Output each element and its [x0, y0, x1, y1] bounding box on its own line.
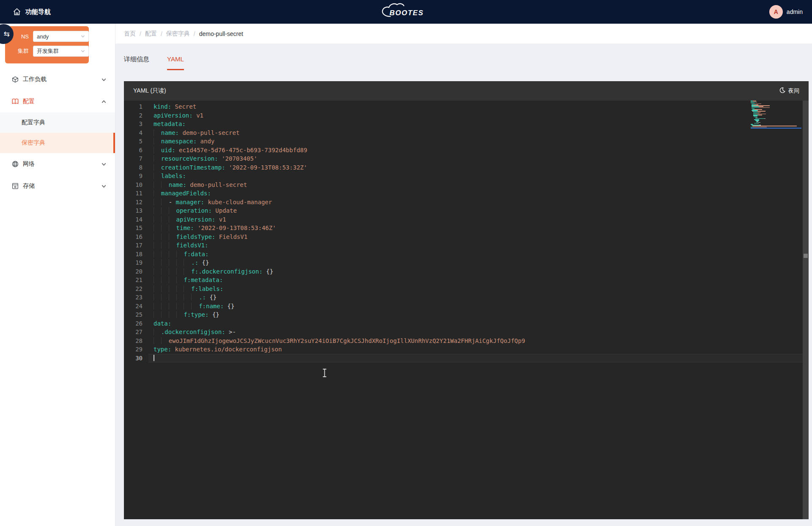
code-line: 29type: kubernetes.io/dockerconfigjson [124, 345, 803, 354]
breadcrumb-bar: 首页/配置/保密字典/demo-pull-secret [115, 24, 812, 44]
line-number: 9 [124, 172, 143, 181]
sidebar-submenu: 配置字典保密字典 [0, 112, 115, 153]
breadcrumb: 首页/配置/保密字典/demo-pull-secret [124, 24, 243, 44]
line-number: 26 [124, 319, 143, 328]
moon-icon [779, 87, 785, 95]
line-number: 8 [124, 163, 143, 172]
chevron-down-icon [81, 49, 85, 53]
breadcrumb-item[interactable]: 保密字典 [166, 30, 190, 38]
code-line: 25 f:type: {} [124, 310, 803, 319]
logo-text: BOOTES [390, 9, 424, 17]
line-number: 1 [124, 102, 143, 111]
breadcrumb-item[interactable]: 配置 [145, 30, 157, 38]
code-line: 20 f:.dockerconfigjson: {} [124, 267, 803, 276]
line-number: 29 [124, 345, 143, 354]
sidebar-item-workload[interactable]: 工作负载 [0, 68, 115, 90]
editor-scrollbar-thumb[interactable] [804, 254, 808, 258]
chevron-down-icon [101, 162, 107, 167]
sidebar-item-network[interactable]: 网络 [0, 153, 115, 175]
line-number: 17 [124, 241, 143, 250]
line-number: 16 [124, 233, 143, 241]
code-line: 26data: [124, 319, 803, 328]
ns-label: NS [15, 33, 29, 40]
avatar: A [769, 5, 783, 19]
line-number: 4 [124, 129, 143, 137]
text-caret [154, 355, 154, 361]
code-line: 13 operation: Update [124, 206, 803, 215]
editor-title: YAML (只读) [133, 87, 166, 95]
sidebar-menu: 工作负载配置配置字典保密字典网络存储 [0, 68, 115, 197]
code-line: 23 .: {} [124, 293, 803, 302]
code-line: 12 - manager: kube-cloud-manager [124, 198, 803, 207]
line-number: 14 [124, 215, 143, 224]
code-line: 15 time: '2022-09-13T08:53:46Z' [124, 224, 803, 233]
line-number: 15 [124, 224, 143, 233]
breadcrumb-separator: / [194, 30, 195, 37]
network-icon [11, 160, 19, 168]
line-number: 20 [124, 267, 143, 276]
sidebar-item-secret[interactable]: 保密字典 [0, 133, 115, 153]
line-number: 7 [124, 154, 143, 163]
breadcrumb-current: demo-pull-secret [199, 30, 243, 37]
line-number: 6 [124, 146, 143, 155]
sidebar-item-label: 配置 [23, 98, 101, 105]
line-number: 18 [124, 250, 143, 259]
sidebar: ⇆ NS andy 集群 开发集群 工作负载配置配置字典保密字典网络存储 [0, 24, 115, 526]
editor-scrollbar[interactable] [803, 101, 809, 519]
code-line: 4 name: demo-pull-secret [124, 129, 803, 137]
sidebar-item-label: 网络 [23, 160, 101, 168]
user-menu[interactable]: A admin [769, 0, 803, 24]
line-number: 30 [124, 354, 143, 363]
function-nav-label: 功能导航 [25, 8, 51, 16]
line-number: 13 [124, 206, 143, 215]
line-number: 24 [124, 302, 143, 311]
username: admin [787, 8, 803, 15]
code-line: 7 resourceVersion: '20703405' [124, 154, 803, 163]
code-line: 8 creationTimestamp: '2022-09-13T08:53:3… [124, 163, 803, 172]
code-line: 5 namespace: andy [124, 137, 803, 146]
code-lines[interactable]: 1kind: Secret2apiVersion: v13metadata:4 … [124, 102, 803, 362]
editor-header: YAML (只读) 夜间 [124, 81, 809, 101]
line-number: 22 [124, 285, 143, 293]
code-line: 17 fieldsV1: [124, 241, 803, 250]
topbar: 功能导航 BOOTES A admin [0, 0, 812, 24]
storage-icon [11, 182, 19, 190]
editor-body[interactable]: 1kind: Secret2apiVersion: v13metadata:4 … [124, 101, 809, 519]
sidebar-item-config[interactable]: 配置 [0, 90, 115, 112]
code-line: 21 f:metadata: [124, 276, 803, 285]
tab-bar: 详细信息YAML [124, 55, 184, 70]
yaml-editor: YAML (只读) 夜间 1kind: Secret2apiVersion: v… [124, 81, 809, 519]
code-line: 27 .dockerconfigjson: >- [124, 328, 803, 337]
function-nav-button[interactable]: 功能导航 [13, 0, 51, 24]
line-number: 5 [124, 137, 143, 146]
sidebar-item-storage[interactable]: 存储 [0, 175, 115, 197]
tab-details[interactable]: 详细信息 [124, 55, 149, 70]
breadcrumb-item[interactable]: 首页 [124, 30, 136, 38]
config-icon [11, 98, 19, 105]
minimap-cursor-line [751, 128, 801, 129]
code-line: 19 .: {} [124, 258, 803, 267]
sidebar-item-configmap[interactable]: 配置字典 [0, 112, 115, 133]
code-line: 14 apiVersion: v1 [124, 215, 803, 224]
line-number: 12 [124, 198, 143, 207]
swap-arrows-icon: ⇆ [4, 30, 10, 38]
code-line: 28 ewoJImF1dGhzIjogewoJCSJyZWcucnVuc3RhY… [124, 337, 803, 345]
cluster-select[interactable]: 开发集群 [33, 46, 89, 57]
code-line: 16 fieldsType: FieldsV1 [124, 233, 803, 241]
chevron-down-icon [101, 184, 107, 189]
line-number: 11 [124, 189, 143, 198]
chevron-down-icon [101, 77, 107, 82]
breadcrumb-separator: / [140, 30, 141, 37]
chevron-down-icon [81, 34, 85, 38]
bootes-logo: BOOTES [379, 2, 438, 22]
tab-yaml[interactable]: YAML [167, 55, 184, 70]
night-mode-label: 夜间 [788, 87, 799, 95]
code-line: 2apiVersion: v1 [124, 111, 803, 120]
code-line: 3metadata: [124, 120, 803, 129]
home-icon [13, 8, 21, 16]
night-mode-toggle[interactable]: 夜间 [779, 87, 799, 95]
line-number: 25 [124, 310, 143, 319]
namespace-select[interactable]: andy [33, 31, 89, 42]
minimap[interactable] [751, 101, 801, 131]
minimap-lines [751, 101, 801, 129]
